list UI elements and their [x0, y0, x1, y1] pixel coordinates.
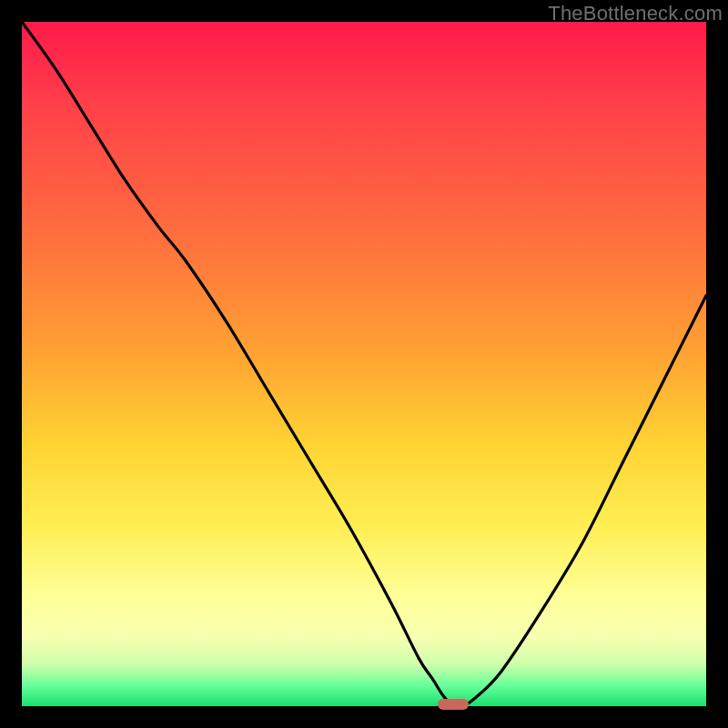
- plot-area: [22, 22, 706, 706]
- chart-frame: TheBottleneck.com: [0, 0, 728, 728]
- bottleneck-curve: [22, 22, 706, 706]
- optimal-marker: [438, 699, 469, 710]
